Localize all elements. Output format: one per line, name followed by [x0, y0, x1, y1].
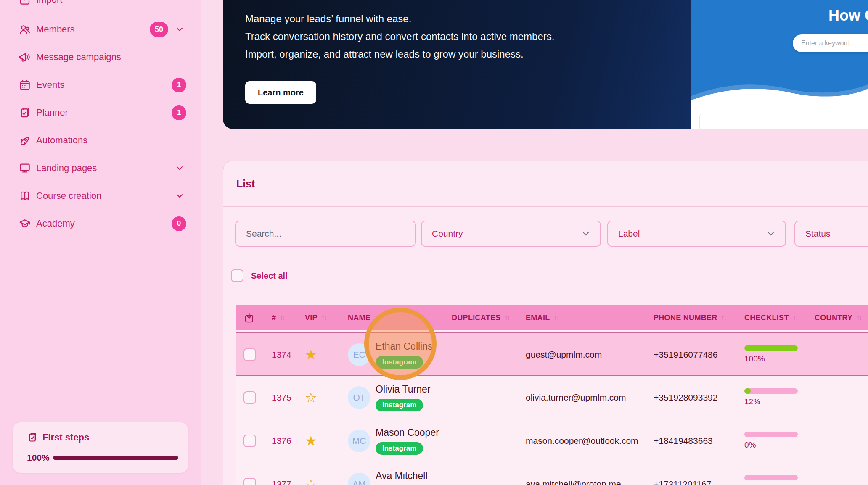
- preview-search-placeholder: Enter a keyword...: [801, 40, 855, 47]
- row-id: 1374: [272, 350, 291, 360]
- vip-star-icon[interactable]: ★: [305, 434, 317, 448]
- clipboard-check-icon: [19, 106, 31, 119]
- vip-star-icon[interactable]: ☆: [305, 391, 317, 404]
- learn-more-button[interactable]: Learn more: [245, 81, 316, 104]
- banner-line: Import, organize, and attract new leads …: [245, 45, 554, 63]
- sidebar-item-label: Automations: [36, 135, 87, 146]
- preview-search-box: Enter a keyword...: [793, 34, 868, 52]
- first-steps-card[interactable]: First steps 100%: [13, 422, 188, 473]
- source-badge: Instagram: [376, 356, 423, 369]
- checklist-progress-bar: [744, 475, 798, 480]
- column-header-#[interactable]: #↑↓: [272, 305, 286, 330]
- column-header-label: #: [272, 314, 276, 322]
- row-name-link[interactable]: Ava Mitchell: [376, 470, 428, 482]
- row-email: mason.cooper@outlook.com: [526, 436, 638, 446]
- banner-line: Track conversation history and convert c…: [245, 28, 554, 45]
- column-header-phone-number[interactable]: PHONE NUMBER↑↓: [654, 305, 727, 330]
- checklist-progress-label: 0%: [744, 440, 798, 450]
- count-badge: 50: [150, 22, 168, 37]
- chevron-down-icon[interactable]: [175, 24, 185, 34]
- table-row: 1375 ☆ OT Olivia Turner Instagram olivia…: [236, 376, 868, 419]
- sidebar-item-label: Academy: [36, 218, 75, 229]
- sidebar-item-label: Message campaigns: [36, 52, 121, 63]
- sidebar-item-members[interactable]: Members 50: [0, 16, 201, 43]
- select-all-control: Select all: [231, 269, 288, 282]
- vip-star-icon[interactable]: ★: [305, 348, 317, 361]
- sidebar-item-import[interactable]: Import: [0, 0, 201, 13]
- sort-arrows-icon[interactable]: ↑↓: [280, 314, 286, 322]
- row-id: 1375: [272, 393, 291, 403]
- sidebar-item-message-campaigns[interactable]: Message campaigns: [0, 43, 201, 71]
- row-phone: +17311201167: [654, 479, 712, 485]
- avatar: OT: [348, 386, 370, 409]
- column-header-label: COUNTRY: [815, 314, 852, 322]
- chevron-down-icon[interactable]: [175, 163, 185, 173]
- sort-arrows-icon[interactable]: ↑↓: [721, 314, 727, 322]
- chevron-down-icon[interactable]: [175, 191, 185, 201]
- label-filter-dropdown[interactable]: Label: [607, 221, 786, 247]
- label-filter-label: Label: [618, 229, 766, 239]
- select-all-checkbox[interactable]: [231, 269, 243, 282]
- book-icon: [19, 190, 31, 202]
- row-name-link[interactable]: Ethan Collins: [376, 341, 433, 352]
- checklist-progress-bar: [744, 388, 798, 394]
- row-name-link[interactable]: Olivia Turner: [376, 384, 430, 395]
- search-input[interactable]: [246, 229, 405, 239]
- banner-text: Manage your leads’ funnel with ease. Tra…: [245, 10, 554, 63]
- promo-banner: Manage your leads’ funnel with ease. Tra…: [223, 0, 868, 129]
- status-filter-label: Status: [805, 229, 868, 239]
- vip-star-icon[interactable]: ☆: [305, 477, 317, 485]
- row-checkbox[interactable]: [243, 478, 256, 485]
- column-header-name[interactable]: NAME↑↓: [348, 305, 380, 330]
- status-filter-dropdown[interactable]: Status: [794, 221, 868, 247]
- row-checkbox[interactable]: [243, 391, 256, 404]
- sidebar-item-landing-pages[interactable]: Landing pages: [0, 154, 201, 182]
- table-row: 1376 ★ MC Mason Cooper Instagram mason.c…: [236, 419, 868, 462]
- sidebar-item-label: Events: [36, 79, 64, 90]
- monitor-icon: [19, 162, 31, 174]
- table-header-row: #↑↓VIP↑↓NAME↑↓DUPLICATES↑↓EMAIL↑↓PHONE N…: [236, 305, 868, 330]
- graduation-cap-icon: [19, 217, 31, 230]
- sort-arrows-icon[interactable]: ↑↓: [793, 314, 799, 322]
- row-checkbox[interactable]: [243, 435, 256, 447]
- first-steps-progress-label: 100%: [27, 453, 53, 463]
- sidebar-item-label: Course creation: [36, 190, 101, 201]
- column-header-vip[interactable]: VIP↑↓: [305, 305, 327, 330]
- sidebar-item-planner[interactable]: Planner 1: [0, 99, 201, 127]
- avatar: AM: [348, 473, 370, 485]
- clipboard-check-icon: [27, 432, 38, 443]
- column-header-duplicates[interactable]: DUPLICATES↑↓: [452, 305, 511, 330]
- sidebar-item-label: Members: [36, 24, 75, 35]
- sort-arrows-icon[interactable]: ↑↓: [374, 314, 380, 322]
- megaphone-icon: [19, 51, 31, 63]
- sidebar-item-academy[interactable]: Academy 0: [0, 210, 201, 237]
- column-header-label: PHONE NUMBER: [654, 314, 717, 322]
- count-badge: 0: [172, 216, 186, 231]
- sort-arrows-icon[interactable]: ↑↓: [554, 314, 560, 322]
- column-header-label: NAME: [348, 314, 370, 322]
- export-icon[interactable]: [243, 305, 255, 330]
- list-card: List Country Label Status Select all #↑↓…: [223, 161, 868, 485]
- checklist-progress-label: 12%: [744, 397, 798, 406]
- sidebar-item-automations[interactable]: Automations: [0, 127, 201, 154]
- column-header-checklist[interactable]: CHECKLIST↑↓: [744, 305, 799, 330]
- sidebar-item-course-creation[interactable]: Course creation: [0, 182, 201, 210]
- sort-arrows-icon[interactable]: ↑↓: [321, 314, 327, 322]
- sidebar-item-events[interactable]: Events 1: [0, 71, 201, 99]
- count-badge: 1: [172, 105, 186, 120]
- row-email: olivia.turner@upmlm.com: [526, 393, 626, 403]
- sort-arrows-icon[interactable]: ↑↓: [505, 314, 511, 322]
- members-icon: [19, 23, 31, 36]
- row-checkbox[interactable]: [243, 348, 256, 361]
- column-header-country[interactable]: COUNTRY↑↓: [815, 305, 862, 330]
- row-phone: +351916077486: [654, 350, 717, 360]
- sort-arrows-icon[interactable]: ↑↓: [856, 314, 862, 322]
- column-header-email[interactable]: EMAIL↑↓: [526, 305, 560, 330]
- row-name-link[interactable]: Mason Cooper: [376, 427, 439, 438]
- list-title: List: [236, 178, 255, 190]
- first-steps-title: First steps: [42, 432, 89, 443]
- row-id: 1376: [272, 436, 291, 446]
- country-filter-dropdown[interactable]: Country: [421, 221, 601, 247]
- divider: [223, 206, 868, 207]
- column-header-label: VIP: [305, 314, 318, 322]
